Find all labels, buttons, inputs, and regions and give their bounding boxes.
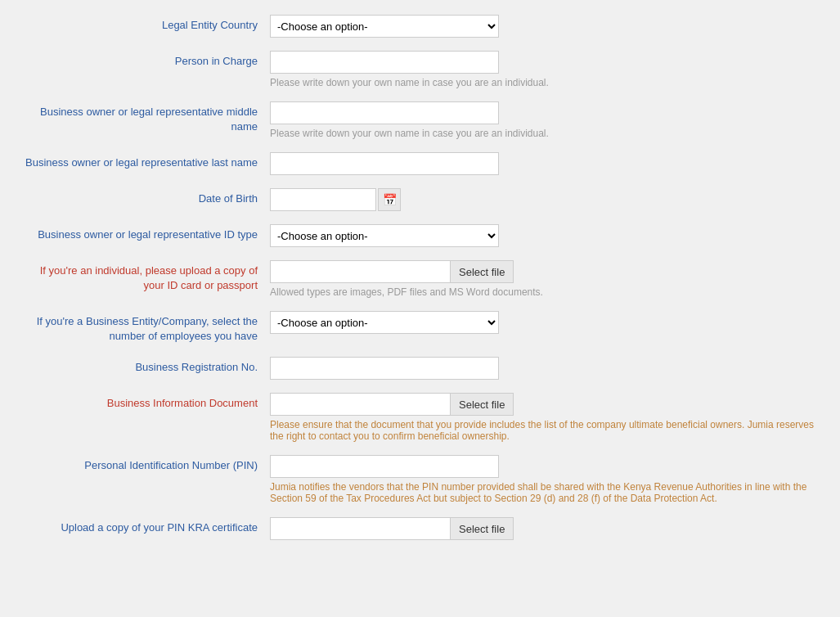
label-date-of-birth: Date of Birth [16,188,270,206]
hint-pin: Jumia notifies the vendors that the PIN … [270,481,824,504]
input-pin-kra-path[interactable] [270,517,450,540]
calendar-icon[interactable]: 📅 [378,188,401,211]
field-business-reg-no [270,357,824,380]
label-person-in-charge: Person in Charge [16,51,270,69]
input-business-info-path[interactable] [270,393,450,416]
select-file-btn-business-info[interactable]: Select file [450,393,514,416]
input-last-name[interactable] [270,152,499,175]
hint-middle-name: Please write down your own name in case … [270,128,824,139]
select-employees[interactable]: -Choose an option- [270,311,499,334]
label-pin-kra: Upload a copy of your PIN KRA certificat… [16,517,270,535]
input-pin[interactable] [270,455,499,478]
field-business-info-doc: Select file Please ensure that the docum… [270,393,824,442]
input-middle-name[interactable] [270,101,499,124]
field-pin: Jumia notifies the vendors that the PIN … [270,455,824,504]
label-last-name: Business owner or legal representative l… [16,152,270,170]
row-id-type: Business owner or legal representative I… [16,218,824,254]
input-date-of-birth[interactable] [270,188,376,211]
hint-business-info-doc: Please ensure that the document that you… [270,419,824,442]
hint-person-in-charge: Please write down your own name in case … [270,77,824,88]
date-row: 📅 [270,188,824,211]
label-business-info-doc: Business Information Document [16,393,270,411]
select-id-type[interactable]: -Choose an option- [270,224,499,247]
field-pin-kra: Select file [270,517,824,540]
row-employees: If you're a Business Entity/Company, sel… [16,304,824,350]
select-legal-entity-country[interactable]: -Choose an option- [270,15,499,38]
label-legal-entity-country: Legal Entity Country [16,15,270,33]
file-row-business-info: Select file [270,393,824,416]
field-id-type: -Choose an option- [270,224,824,247]
row-id-upload: If you're an individual, please upload a… [16,254,824,304]
field-middle-name: Please write down your own name in case … [270,101,824,139]
label-middle-name: Business owner or legal representative m… [16,101,270,134]
row-pin: Personal Identification Number (PIN) Jum… [16,448,824,511]
label-id-type: Business owner or legal representative I… [16,224,270,242]
label-employees: If you're a Business Entity/Company, sel… [16,311,270,344]
row-pin-kra: Upload a copy of your PIN KRA certificat… [16,511,824,547]
hint-id-upload: Allowed types are images, PDF files and … [270,286,824,298]
label-business-reg-no: Business Registration No. [16,357,270,375]
field-last-name [270,152,824,175]
row-date-of-birth: Date of Birth 📅 [16,182,824,218]
file-row-pin-kra: Select file [270,517,824,540]
field-employees: -Choose an option- [270,311,824,334]
row-business-reg-no: Business Registration No. [16,350,824,386]
field-date-of-birth: 📅 [270,188,824,211]
row-legal-entity-country: Legal Entity Country -Choose an option- [16,8,824,44]
form-container: Legal Entity Country -Choose an option- … [0,0,840,555]
input-person-in-charge[interactable] [270,51,499,74]
input-id-upload-path[interactable] [270,260,450,283]
row-last-name: Business owner or legal representative l… [16,146,824,182]
row-person-in-charge: Person in Charge Please write down your … [16,44,824,95]
select-file-btn-id[interactable]: Select file [450,260,514,283]
field-legal-entity-country: -Choose an option- [270,15,824,38]
input-business-reg-no[interactable] [270,357,499,380]
field-person-in-charge: Please write down your own name in case … [270,51,824,88]
row-middle-name: Business owner or legal representative m… [16,95,824,146]
row-business-info-doc: Business Information Document Select fil… [16,386,824,448]
label-pin: Personal Identification Number (PIN) [16,455,270,473]
select-file-btn-pin-kra[interactable]: Select file [450,517,514,540]
field-id-upload: Select file Allowed types are images, PD… [270,260,824,298]
label-id-upload: If you're an individual, please upload a… [16,260,270,293]
file-row-id: Select file [270,260,824,283]
